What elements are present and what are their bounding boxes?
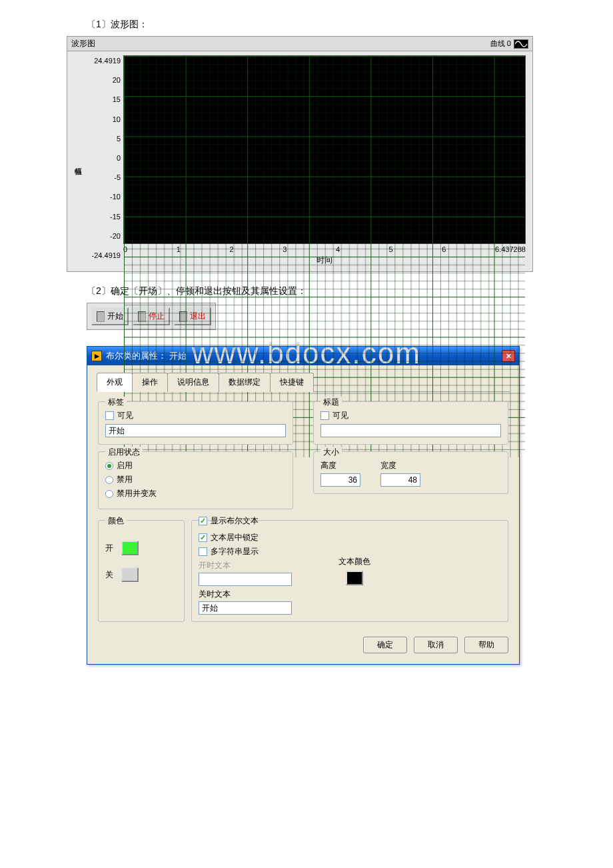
caption-group: 标题 可见: [313, 401, 508, 445]
color-group-title: 颜色: [105, 515, 127, 527]
center-lock-checkbox[interactable]: [199, 533, 207, 542]
y-tick: -5: [86, 173, 121, 181]
cancel-button[interactable]: 取消: [414, 637, 458, 653]
width-input[interactable]: [380, 473, 420, 487]
y-tick: -15: [86, 213, 121, 221]
legend-label: 曲线 0: [490, 39, 511, 49]
y-axis-label: 幅值: [70, 55, 86, 269]
labview-icon: ▶: [91, 351, 102, 361]
tab-operation[interactable]: 操作: [132, 373, 168, 392]
caption-group-title: 标题: [320, 397, 342, 408]
text-color-label: 文本颜色: [338, 556, 370, 567]
off-color-picker[interactable]: [121, 567, 139, 582]
enable-state-group-title: 启用状态: [105, 447, 143, 458]
multi-string-label: 多字符串显示: [211, 546, 259, 557]
label-visible-text: 可见: [117, 410, 133, 421]
button-indicator: [97, 311, 105, 322]
on-color-picker[interactable]: [121, 541, 139, 555]
y-tick: -24.4919: [86, 251, 121, 259]
size-group: 大小 高度 宽度: [313, 451, 508, 494]
boolean-text-group: 显示布尔文本 文本居中锁定 多字符串显示 开时文本: [191, 520, 508, 622]
tab-databinding[interactable]: 数据绑定: [219, 373, 271, 392]
start-button-label: 开始: [107, 311, 123, 322]
waveform-chart: 波形图 曲线 0 幅值 24.4919 20 15 10 5 0 -5 -10 …: [67, 36, 533, 272]
help-button[interactable]: 帮助: [464, 637, 508, 653]
caption-visible-text: 可见: [332, 410, 348, 421]
y-tick: 24.4919: [86, 57, 121, 65]
multi-string-checkbox[interactable]: [199, 547, 207, 556]
y-tick: -20: [86, 232, 121, 240]
y-axis-ticks: 24.4919 20 15 10 5 0 -5 -10 -15 -20 -24.…: [86, 55, 123, 269]
show-bool-text-checkbox[interactable]: [199, 517, 207, 525]
y-tick: 10: [86, 115, 121, 123]
y-tick: 15: [86, 95, 121, 103]
caption-text-input[interactable]: [320, 424, 501, 437]
tab-description[interactable]: 说明信息: [167, 373, 219, 392]
label-text-input[interactable]: [105, 424, 286, 437]
label-group-title: 标签: [105, 397, 127, 408]
height-label: 高度: [320, 460, 360, 471]
plot-area[interactable]: [123, 55, 526, 244]
enable-state-group: 启用状态 启用 禁用 禁用并变灰: [98, 451, 293, 509]
caption-visible-checkbox[interactable]: [320, 411, 329, 420]
y-tick: -10: [86, 193, 121, 201]
chart-title: 波形图: [71, 38, 95, 49]
radio-disabled[interactable]: [105, 476, 113, 484]
center-lock-label: 文本居中锁定: [211, 532, 259, 543]
section-heading-1: 〔1〕波形图：: [87, 19, 600, 31]
label-visible-checkbox[interactable]: [105, 411, 114, 420]
start-button[interactable]: 开始: [91, 307, 129, 325]
height-input[interactable]: [320, 473, 360, 487]
legend-swatch-icon: [514, 39, 528, 49]
size-group-title: 大小: [320, 447, 342, 458]
show-bool-text-label: 显示布尔文本: [211, 515, 259, 527]
radio-disabled-gray-label: 禁用并变灰: [117, 488, 157, 499]
width-label: 宽度: [380, 460, 420, 471]
tab-shortcuts[interactable]: 快捷键: [270, 373, 314, 392]
radio-enabled-label: 启用: [117, 460, 133, 471]
off-text-label: 关时文本: [199, 589, 318, 600]
dialog-button-row: 确定 取消 帮助: [98, 629, 508, 653]
on-color-label: 开: [105, 543, 113, 554]
chart-legend[interactable]: 曲线 0: [490, 39, 528, 49]
text-color-picker[interactable]: [346, 571, 363, 585]
ok-button[interactable]: 确定: [363, 637, 407, 653]
color-group: 颜色 开 关: [98, 520, 185, 622]
label-group: 标签 可见: [98, 401, 293, 445]
chart-body: 幅值 24.4919 20 15 10 5 0 -5 -10 -15 -20 -…: [67, 51, 532, 271]
radio-enabled[interactable]: [105, 462, 113, 470]
y-tick: 5: [86, 135, 121, 143]
on-text-input[interactable]: [199, 573, 292, 586]
y-tick: 20: [86, 76, 121, 84]
radio-disabled-label: 禁用: [117, 474, 133, 485]
off-color-label: 关: [105, 569, 113, 581]
y-tick: 0: [86, 154, 121, 162]
tab-appearance[interactable]: 外观: [97, 373, 133, 392]
on-text-label: 开时文本: [199, 560, 318, 571]
radio-disabled-gray[interactable]: [105, 490, 113, 498]
off-text-input[interactable]: [199, 601, 292, 615]
chart-header: 波形图 曲线 0: [67, 37, 532, 51]
